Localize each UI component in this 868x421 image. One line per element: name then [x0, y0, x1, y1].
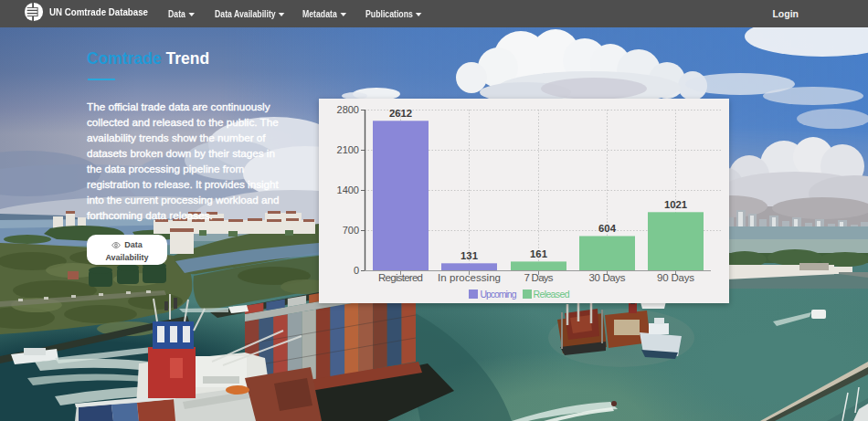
svg-text:0: 0	[354, 265, 359, 276]
svg-text:Released: Released	[534, 289, 570, 300]
svg-text:604: 604	[598, 223, 617, 234]
svg-text:90 Days: 90 Days	[657, 272, 694, 283]
svg-text:2612: 2612	[389, 108, 412, 119]
svg-text:700: 700	[343, 225, 359, 236]
svg-text:1021: 1021	[664, 199, 687, 210]
svg-text:131: 131	[460, 250, 478, 261]
svg-text:Registered: Registered	[378, 272, 423, 283]
svg-text:2100: 2100	[337, 144, 359, 155]
svg-text:161: 161	[530, 248, 547, 259]
svg-text:30 Days: 30 Days	[589, 272, 626, 283]
svg-text:2800: 2800	[337, 104, 359, 115]
svg-text:Upcoming: Upcoming	[481, 289, 517, 300]
svg-text:1400: 1400	[337, 184, 359, 195]
svg-text:In processing: In processing	[438, 272, 501, 283]
svg-text:7 Days: 7 Days	[524, 272, 554, 283]
